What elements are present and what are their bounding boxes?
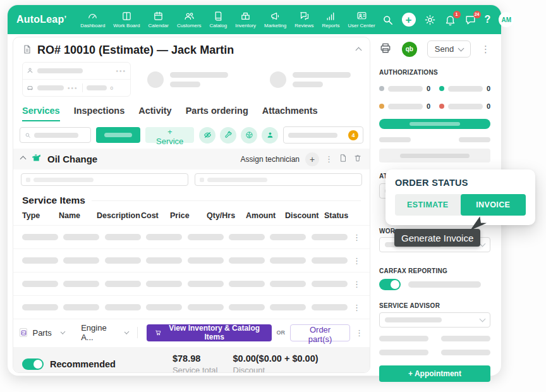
chevron-down-icon <box>480 241 486 247</box>
send-button[interactable]: Send <box>427 40 471 58</box>
collapse-chevron-icon[interactable] <box>356 47 362 54</box>
chevron-down-icon <box>458 45 464 51</box>
auth-count: 0 <box>427 85 430 92</box>
column-header: Status <box>324 211 355 220</box>
skeleton-bar <box>63 257 99 264</box>
filter-count-badge: 4 <box>348 130 358 140</box>
search-icon[interactable] <box>382 14 394 26</box>
search-icon <box>25 132 31 138</box>
nav-item-label: Calendar <box>148 23 168 28</box>
add-service-button[interactable]: + Service <box>145 127 194 143</box>
nav-item-reports[interactable]: Reports <box>322 11 339 28</box>
service-note-input[interactable] <box>195 173 362 186</box>
nav-item-label: Customers <box>177 23 202 28</box>
top-nav: AutoLeap’ Dashboard Work Board Calendar … <box>8 5 501 34</box>
order-parts-button[interactable]: Order part(s) <box>290 324 350 341</box>
nav-item-marketing[interactable]: Marketing <box>264 11 286 28</box>
nav-item-work-board[interactable]: Work Board <box>113 11 140 28</box>
gear-icon[interactable] <box>424 14 436 26</box>
contact-skeleton <box>147 71 228 88</box>
technician-filter-input[interactable]: 4 <box>283 126 363 144</box>
skeleton-bar <box>293 72 351 78</box>
nav-item-label: Dashboard <box>80 23 105 28</box>
wrench-icon[interactable] <box>220 127 236 144</box>
nav-item-catalog[interactable]: Catalog <box>210 11 228 28</box>
skeleton-bar <box>22 234 58 240</box>
carfax-toggle[interactable] <box>379 279 401 290</box>
row-menu-icon[interactable]: ⋮ <box>353 257 361 265</box>
skeleton-bar <box>385 317 442 322</box>
hide-prices-icon[interactable] <box>199 127 215 144</box>
row-menu-icon[interactable]: ⋮ <box>353 303 361 312</box>
wheel-icon[interactable] <box>241 127 257 144</box>
skeleton-bar <box>229 281 265 287</box>
skeleton-bar <box>312 234 348 240</box>
parts-dropdown[interactable]: Parts <box>32 328 51 338</box>
add-appointment-button[interactable]: + Appointment <box>379 365 490 382</box>
tab-services[interactable]: Services <box>22 106 60 121</box>
bell-icon[interactable]: 1 <box>444 14 456 26</box>
discount: $0.00($0.00 + $0.00) Discount <box>233 353 318 373</box>
print-icon[interactable] <box>379 42 392 57</box>
auth-count: 0 <box>487 102 490 110</box>
row-menu-icon[interactable]: ⋮ <box>353 233 361 242</box>
quick-add-icon[interactable]: + <box>402 13 416 27</box>
carfax-title: CARFAX REPORTING <box>379 267 490 274</box>
technician-icon[interactable] <box>262 127 278 144</box>
help-icon[interactable]: ? <box>485 14 491 25</box>
ellipsis-icon[interactable]: ••• <box>68 85 78 92</box>
nav-item-inventory[interactable]: Inventory <box>235 11 256 28</box>
service-search-input[interactable] <box>20 127 91 143</box>
nav-item-calendar[interactable]: Calendar <box>148 11 168 28</box>
trash-icon[interactable] <box>353 154 362 165</box>
skeleton-bar <box>146 234 182 240</box>
messages-badge: 24 <box>473 11 481 18</box>
view-inventory-button[interactable]: View Inventory & Catalog Items <box>147 324 271 341</box>
skeleton-bar <box>379 350 428 355</box>
customers-icon <box>184 11 195 21</box>
primary-action-button[interactable] <box>96 127 140 143</box>
skeleton-button[interactable] <box>379 149 490 162</box>
autoleap-logo[interactable]: AutoLeap’ <box>16 14 66 25</box>
ellipsis-icon[interactable]: ••• <box>116 68 126 75</box>
skeleton-bar <box>459 137 490 142</box>
collapse-chevron-icon[interactable] <box>20 156 27 162</box>
status-dot-red <box>439 104 444 109</box>
chat-icon[interactable]: 24 <box>464 14 476 26</box>
nav-item-reviews[interactable]: Reviews <box>294 11 313 28</box>
nav-item-dashboard[interactable]: Dashboard <box>80 11 105 28</box>
service-note-input[interactable] <box>21 173 188 186</box>
service-total: $78.98 Service total <box>173 353 218 373</box>
estimate-segment-button[interactable]: ESTIMATE <box>395 194 461 216</box>
skeleton-bar <box>229 257 265 264</box>
skeleton-bar <box>34 133 78 138</box>
skeleton-bar <box>87 85 107 90</box>
add-technician-button[interactable]: + <box>305 152 319 166</box>
service-menu-icon[interactable]: ⋮ <box>325 155 333 163</box>
category-dropdown[interactable]: Engine A... <box>81 323 116 342</box>
catalog-icon <box>213 11 224 21</box>
chevron-down-icon <box>480 316 486 322</box>
tab-attachments[interactable]: Attachments <box>262 106 318 121</box>
avatar[interactable]: AM <box>499 12 514 27</box>
status-dot-orange <box>379 104 384 109</box>
nav-actions: + 1 24 ? AM <box>382 12 514 27</box>
note-icon[interactable] <box>339 154 348 165</box>
status-dot-gray <box>379 86 384 91</box>
row-menu-icon[interactable]: ⋮ <box>353 280 361 288</box>
nav-item-customers[interactable]: Customers <box>177 11 202 28</box>
tab-inspections[interactable]: Inspections <box>74 106 125 121</box>
tab-parts-ordering[interactable]: Parts ordering <box>186 106 248 121</box>
tab-activity[interactable]: Activity <box>138 106 171 121</box>
quickbooks-icon[interactable]: qb <box>402 42 417 57</box>
parts-toolbar: Parts Engine A... View Inventory & Catal… <box>13 319 370 346</box>
skeleton-bar <box>170 72 228 78</box>
sidebar-menu-icon[interactable]: ⋮ <box>481 44 490 54</box>
service-advisor-select[interactable] <box>379 312 490 328</box>
board-icon <box>121 11 132 21</box>
recommended-toggle[interactable] <box>22 358 44 370</box>
or-label: OR <box>277 329 286 336</box>
authorization-button[interactable] <box>379 119 490 129</box>
parts-menu-icon[interactable]: ⋮ <box>355 329 363 337</box>
nav-item-user-center[interactable]: User Center <box>348 11 375 28</box>
